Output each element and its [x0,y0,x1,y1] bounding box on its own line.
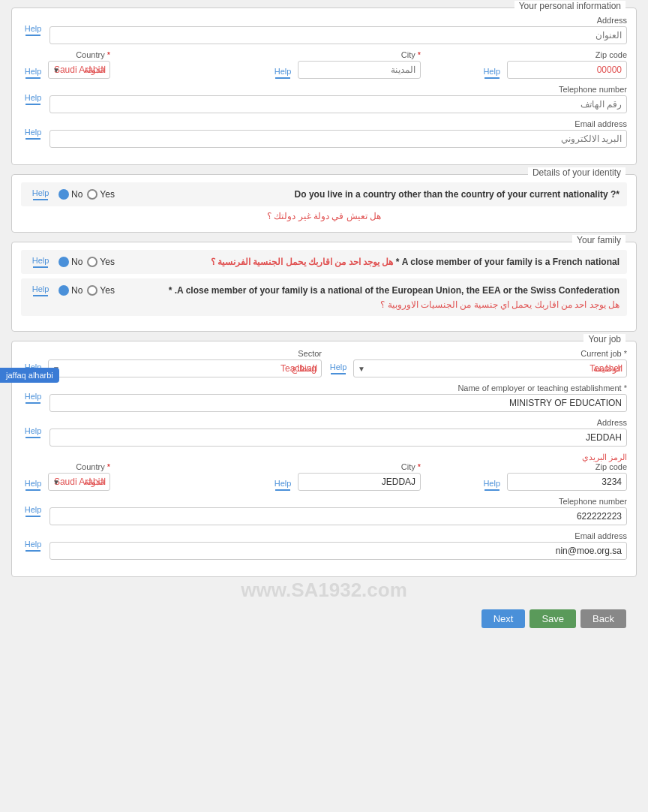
work-address-input[interactable] [50,429,627,447]
city-help-button[interactable]: Help [271,67,295,79]
family-q2-yes-radio[interactable] [87,285,98,296]
telephone-input[interactable] [50,95,627,113]
country-help-button[interactable]: Help [21,67,45,79]
work-zip-input[interactable] [507,473,627,491]
family-q2-no-radio[interactable] [58,285,69,296]
family-q1-yes-label[interactable]: Yes [87,257,115,267]
country-arabic-label: الدولة [84,65,106,75]
watermark: www.SA1932.com [11,579,637,602]
sector-select[interactable]: Teaching [48,359,322,377]
country-city-zip-row: Help Country * Saudi Arabia ▼ الدولة [21,50,627,79]
country-group: Help Country * Saudi Arabia ▼ الدولة [21,50,266,79]
family-q2-en: * .A close member of your family is a na… [121,285,620,296]
identity-question-ar: هل تعيش في دولة غير دولتك ؟ [21,211,627,221]
identity-section: Details of your identity Help No Yes Do … [11,174,637,233]
work-email-label: Email address [50,531,627,540]
address-field-group: Address [50,16,627,44]
work-country-group: Help Country * Saudi Arabia ▼ الدولة [21,462,266,491]
family-q1-no-radio[interactable] [58,257,69,267]
family-q1-row: Help No Yes هل يوجد احد من اقاربك يحمل ا… [21,250,627,274]
work-city-input[interactable] [298,473,421,491]
job-section: Your job Sector Help Teaching ▼ القط [11,341,637,577]
current-job-label: Current job * [326,349,627,358]
city-label: City * [298,50,421,59]
family-section: Your family Help No Yes [11,242,637,332]
family-q2-ar: هل يوجد احد من اقاربك يحمل اي جنسية من ا… [28,299,620,310]
work-telephone-row: Help Telephone number [21,497,627,525]
family-q2-row: Help No Yes * .A close member of your fa… [21,278,627,316]
zip-group: Help Zip code [480,50,627,79]
family-q2-yes-label[interactable]: Yes [87,285,115,296]
address-label: Address [50,16,627,25]
work-address-label: Address [50,418,627,427]
city-input[interactable] [298,61,421,79]
identity-no-label[interactable]: No [58,189,82,200]
job-title: Your job [584,334,626,344]
zip-input[interactable] [507,61,627,79]
email-field-group: Email address [50,119,627,148]
personal-info-title: Your personal information [514,1,626,11]
zip-help-button[interactable]: Help [480,67,504,79]
family-q1-help-button[interactable]: Help [28,256,52,268]
save-button[interactable]: Save [530,609,576,628]
sector-arabic: القطاع [292,363,317,374]
work-city-group: Help City * [271,462,476,491]
identity-yes-label[interactable]: Yes [87,189,115,200]
family-q1-radio-group: No Yes [58,257,115,267]
identity-question-en: Do you live in a country other than the … [121,189,620,200]
family-q1-no-label[interactable]: No [58,257,82,267]
telephone-row: Help Telephone number [21,85,627,113]
personal-info-section: Your personal information Help Address H… [11,8,637,165]
employer-input[interactable] [50,394,627,412]
work-telephone-help-button[interactable]: Help [21,505,45,517]
work-telephone-input[interactable] [50,507,627,525]
identity-no-radio[interactable] [58,189,69,200]
work-email-help-button[interactable]: Help [21,540,45,552]
current-job-select[interactable]: Teacher [353,359,627,377]
next-button[interactable]: Next [482,609,526,628]
family-q1-yes-radio[interactable] [87,257,98,267]
family-q2-radio-group: No Yes [58,285,115,296]
email-label: Email address [50,119,627,128]
email-input[interactable] [50,130,627,148]
work-address-row: Help Address [21,418,627,447]
avatar-badge: jaffaq alharbi [0,368,59,383]
work-telephone-label: Telephone number [50,497,627,506]
back-button[interactable]: Back [580,609,626,628]
employer-help-button[interactable]: Help [21,392,45,404]
current-job-col: Current job * Help Teacher ▼ الوظيفة [326,349,627,377]
work-country-help-button[interactable]: Help [21,479,45,491]
address-row: Help Address [21,16,627,44]
identity-radio-group: No Yes [58,189,115,200]
address-help-button[interactable]: Help [21,24,45,36]
email-help-button[interactable]: Help [21,128,45,140]
family-q2-help-button[interactable]: Help [28,284,52,296]
work-email-input[interactable] [50,542,627,560]
sector-col: Sector Help Teaching ▼ القطاع [21,349,322,377]
employer-row: Help Name of employer or teaching establ… [21,383,627,412]
employer-label: Name of employer or teaching establishme… [50,383,627,392]
work-country-city-zip-row: Help Country * Saudi Arabia ▼ الدولة [21,453,627,491]
city-group: Help City * [271,50,476,79]
identity-help-button[interactable]: Help [28,188,52,200]
family-title: Your family [572,235,626,245]
identity-yes-radio[interactable] [87,189,98,200]
family-q2-no-label[interactable]: No [58,285,82,296]
identity-question-row: Help No Yes Do you live in a country oth… [21,182,627,206]
address-input[interactable] [50,26,627,44]
work-zip-group: Help الرمز البريدي Zip code [480,453,627,491]
work-email-row: Help Email address [21,531,627,560]
sector-label: Sector [21,349,322,358]
bottom-bar: Next Save Back [11,603,637,634]
work-zip-label: الرمز البريدي Zip code [507,453,627,471]
zip-label: Zip code [507,50,627,59]
work-country-arabic: الدولة [84,477,106,487]
work-address-help-button[interactable]: Help [21,426,45,438]
work-city-help-button[interactable]: Help [271,479,295,491]
sector-job-row: Sector Help Teaching ▼ القطاع [21,349,627,377]
current-job-help-button[interactable]: Help [326,362,350,374]
country-label: Country * [48,50,110,59]
identity-title: Details of your identity [528,167,626,178]
telephone-help-button[interactable]: Help [21,93,45,105]
work-zip-help-button[interactable]: Help [480,479,504,491]
